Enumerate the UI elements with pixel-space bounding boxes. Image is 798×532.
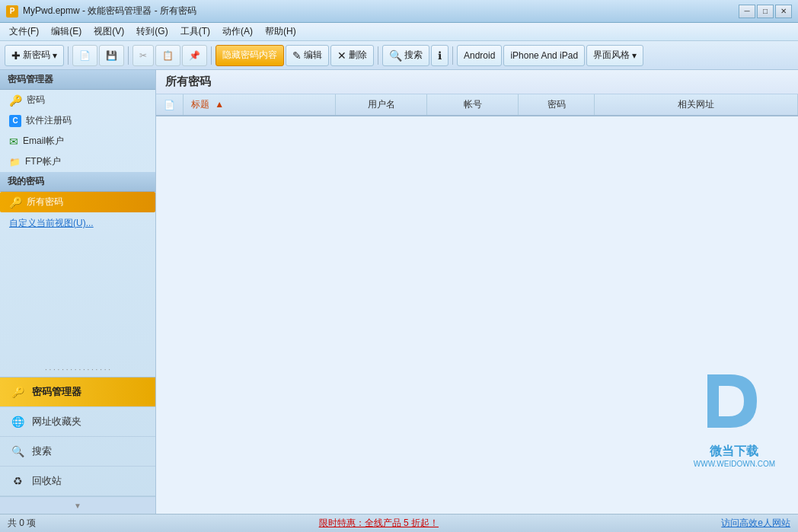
col-account[interactable]: 帐号 — [427, 94, 519, 116]
search-icon: 🔍 — [389, 49, 402, 62]
sidebar-item-all-passwords[interactable]: 🔑 所有密码 — [0, 192, 155, 212]
info-icon: ℹ — [438, 49, 442, 62]
status-promo[interactable]: 限时特惠：全线产品 5 折起！ — [319, 517, 439, 530]
cut-icon: ✂ — [139, 50, 147, 61]
separator-4 — [378, 46, 378, 65]
ui-style-button[interactable]: 界面风格 ▾ — [586, 45, 643, 66]
info-button[interactable]: ℹ — [431, 45, 448, 66]
password-table: 📄 标题 ▲ 用户名 帐号 密码 相关网址 — [156, 94, 798, 116]
watermark: 微当下载 WWW.WEIDOWN.COM — [694, 367, 775, 468]
close-button[interactable]: ✕ — [775, 5, 792, 18]
content-wrapper: 📄 标题 ▲ 用户名 帐号 密码 相关网址 — [156, 94, 798, 514]
cut-button: ✂ — [132, 45, 154, 66]
sidebar-label-all: 所有密码 — [27, 196, 63, 209]
nav-collapse-icon[interactable]: ▼ — [74, 502, 81, 510]
style-dropdown-icon: ▾ — [632, 50, 637, 61]
menu-edit[interactable]: 编辑(E) — [45, 24, 88, 40]
col-title[interactable]: 标题 ▲ — [184, 94, 336, 116]
edit-label: 编辑 — [304, 49, 322, 62]
new-label: 新密码 — [23, 49, 50, 62]
copy-button: 📋 — [155, 45, 180, 66]
sidebar-label-email: Email帐户 — [23, 135, 64, 148]
nav-trash[interactable]: ♻ 回收站 — [0, 467, 155, 496]
edit-button[interactable]: ✎ 编辑 — [286, 45, 329, 66]
col-check: 📄 — [156, 94, 184, 116]
save-icon: 💾 — [106, 50, 117, 61]
status-link[interactable]: 访问高效e人网站 — [721, 517, 790, 530]
android-button[interactable]: Android — [457, 45, 502, 66]
separator-2 — [128, 46, 129, 65]
menu-action[interactable]: 动作(A) — [216, 24, 259, 40]
new-icon: ✚ — [11, 49, 21, 62]
sidebar-label-ftp: FTP帐户 — [25, 155, 61, 168]
window-controls: ─ □ ✕ — [739, 5, 792, 18]
customize-view-link[interactable]: 自定义当前视图(U)... — [0, 212, 155, 234]
maximize-button[interactable]: □ — [757, 5, 774, 18]
watermark-logo — [694, 367, 775, 444]
window-title: MyPwd.epmw - 效能密码管理器 - 所有密码 — [23, 5, 196, 18]
delete-icon: ✕ — [337, 49, 346, 62]
sidebar-dots: · · · · · · · · · · · · · · · · — [0, 362, 155, 377]
col-password[interactable]: 密码 — [519, 94, 595, 116]
menubar: 文件(F) 编辑(E) 视图(V) 转到(G) 工具(T) 动作(A) 帮助(H… — [0, 23, 798, 41]
sidebar-item-serial[interactable]: C 软件注册码 — [0, 110, 155, 131]
nav-label-trash: 回收站 — [32, 474, 62, 488]
style-label: 界面风格 — [593, 49, 630, 62]
new-icon-2: 📄 — [79, 50, 91, 61]
sidebar-label-serial: 软件注册码 — [26, 114, 72, 127]
nav-bookmarks[interactable]: 🌐 网址收藏夹 — [0, 407, 155, 437]
table-header-row: 📄 标题 ▲ 用户名 帐号 密码 相关网址 — [156, 94, 798, 116]
sidebar: 密码管理器 🔑 密码 C 软件注册码 ✉ Email帐户 📁 FTP帐户 我的密… — [0, 70, 156, 514]
sidebar-section-password-manager: 密码管理器 — [0, 70, 155, 90]
delete-button[interactable]: ✕ 删除 — [330, 45, 374, 66]
toolbar: ✚ 新密码 ▾ 📄 💾 ✂ 📋 📌 隐藏密码内容 ✎ 编辑 ✕ 删除 🔍 搜索 … — [0, 41, 798, 70]
minimize-button[interactable]: ─ — [739, 5, 755, 18]
search-button[interactable]: 🔍 搜索 — [382, 45, 429, 66]
sort-arrow-icon: ▲ — [215, 99, 224, 110]
titlebar: P MyPwd.epmw - 效能密码管理器 - 所有密码 ─ □ ✕ — [0, 0, 798, 23]
c-icon: C — [9, 115, 21, 127]
all-key-icon: 🔑 — [9, 196, 22, 209]
copy-icon: 📋 — [162, 50, 174, 61]
new-password-button[interactable]: ✚ 新密码 ▾ — [5, 45, 64, 66]
nav-password-manager[interactable]: 🔑 密码管理器 — [0, 377, 155, 407]
content-area: 所有密码 📄 标题 ▲ 用户名 帐号 密码 相关网址 — [156, 70, 798, 514]
new-button-2: 📄 — [72, 45, 97, 66]
app-icon: P — [6, 5, 18, 18]
menu-tools[interactable]: 工具(T) — [174, 24, 216, 40]
sidebar-item-email[interactable]: ✉ Email帐户 — [0, 131, 155, 151]
paste-icon: 📌 — [189, 50, 200, 61]
menu-goto[interactable]: 转到(G) — [130, 24, 174, 40]
nav-globe-icon: 🌐 — [9, 413, 26, 430]
paste-button: 📌 — [182, 45, 207, 66]
separator-1 — [68, 46, 69, 65]
col-url[interactable]: 相关网址 — [595, 94, 798, 116]
nav-label-search: 搜索 — [32, 444, 52, 458]
nav-search-icon: 🔍 — [9, 443, 26, 460]
status-count: 共 0 项 — [8, 517, 36, 530]
nav-label-pm: 密码管理器 — [32, 385, 81, 399]
col-username[interactable]: 用户名 — [336, 94, 427, 116]
menu-help[interactable]: 帮助(H) — [259, 24, 302, 40]
new-dropdown-icon: ▾ — [53, 50, 57, 61]
edit-icon: ✎ — [292, 49, 302, 62]
sidebar-section-my-password: 我的密码 — [0, 172, 155, 192]
nav-search[interactable]: 🔍 搜索 — [0, 437, 155, 467]
hide-label: 隐藏密码内容 — [222, 49, 277, 62]
menu-view[interactable]: 视图(V) — [88, 24, 130, 40]
watermark-url: WWW.WEIDOWN.COM — [694, 460, 775, 468]
separator-3 — [211, 46, 212, 65]
nav-key-icon: 🔑 — [9, 384, 26, 400]
menu-file[interactable]: 文件(F) — [3, 24, 45, 40]
check-icon: 📄 — [164, 100, 175, 110]
separator-5 — [452, 46, 453, 65]
sidebar-nav: 🔑 密码管理器 🌐 网址收藏夹 🔍 搜索 ♻ 回收站 ▼ — [0, 377, 155, 514]
sidebar-item-password[interactable]: 🔑 密码 — [0, 90, 155, 110]
hide-content-button[interactable]: 隐藏密码内容 — [215, 45, 284, 66]
iphone-ipad-button[interactable]: iPhone And iPad — [503, 45, 585, 66]
sidebar-item-ftp[interactable]: 📁 FTP帐户 — [0, 151, 155, 172]
email-icon: ✉ — [9, 135, 18, 148]
delete-label: 删除 — [349, 49, 367, 62]
search-label: 搜索 — [404, 49, 423, 62]
main-layout: 密码管理器 🔑 密码 C 软件注册码 ✉ Email帐户 📁 FTP帐户 我的密… — [0, 70, 798, 514]
